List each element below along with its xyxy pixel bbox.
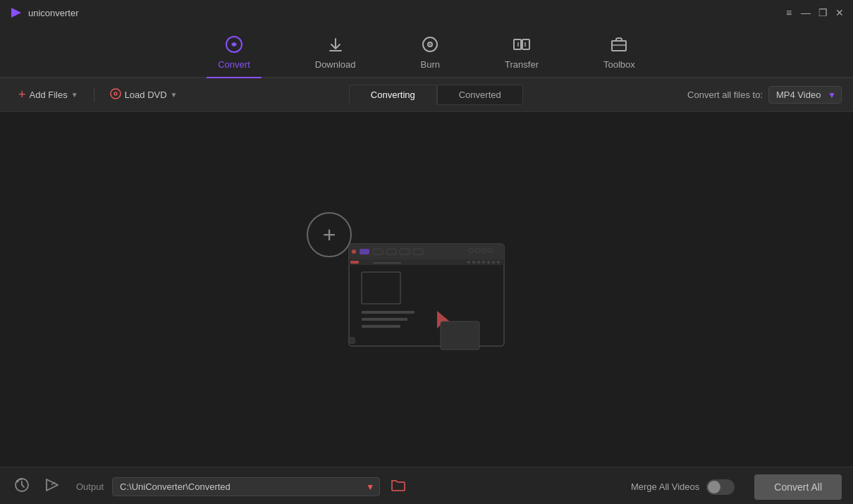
- svg-point-30: [492, 261, 495, 264]
- titlebar-left: uniconverter: [8, 6, 79, 20]
- converting-tab-label: Converting: [371, 90, 415, 100]
- load-dvd-button[interactable]: Load DVD ▼: [103, 85, 185, 106]
- toolbox-nav-icon: [610, 35, 628, 56]
- nav-item-download[interactable]: Download: [304, 31, 367, 77]
- svg-rect-38: [349, 338, 355, 343]
- tab-converted[interactable]: Converted: [437, 85, 523, 105]
- load-dvd-label: Load DVD: [125, 90, 167, 100]
- svg-rect-24: [373, 262, 401, 264]
- illustration-svg: [328, 226, 525, 353]
- drop-illustration[interactable]: +: [328, 226, 525, 353]
- svg-rect-12: [360, 249, 369, 254]
- svg-marker-0: [11, 8, 21, 18]
- bottombar: Output ▼ Merge All Videos Convert All: [0, 467, 853, 504]
- converted-tab-label: Converted: [459, 90, 501, 100]
- app-logo-icon: [8, 6, 23, 20]
- titlebar-controls: ≡ — ❐ ✕: [784, 8, 845, 18]
- app-name: uniconverter: [28, 8, 79, 18]
- nav-label-burn: Burn: [421, 59, 440, 70]
- svg-rect-5: [514, 39, 521, 49]
- format-select[interactable]: MP4 Video MOV AVI MKV WMV FLV M4V GIF: [768, 86, 842, 104]
- add-file-circle[interactable]: +: [307, 212, 352, 257]
- maximize-icon[interactable]: ❐: [818, 8, 828, 18]
- convert-all-button[interactable]: Convert All: [754, 474, 842, 500]
- add-files-button[interactable]: + Add Files ▼: [11, 84, 85, 106]
- svg-rect-23: [350, 261, 359, 264]
- svg-point-27: [477, 261, 480, 264]
- merge-toggle[interactable]: [706, 479, 735, 495]
- transfer-nav-icon: [513, 35, 531, 56]
- svg-point-26: [472, 261, 475, 264]
- nav-label-convert: Convert: [218, 59, 250, 70]
- nav-item-transfer[interactable]: Transfer: [493, 31, 550, 77]
- add-files-label: Add Files: [30, 90, 68, 100]
- format-select-wrapper: MP4 Video MOV AVI MKV WMV FLV M4V GIF ▼: [768, 86, 842, 104]
- burn-nav-icon: [421, 35, 439, 56]
- svg-point-17: [352, 250, 356, 254]
- download-nav-icon: [326, 35, 345, 56]
- merge-section: Merge All Videos: [631, 479, 735, 495]
- add-files-arrow-icon: ▼: [71, 91, 78, 99]
- svg-point-28: [482, 261, 485, 264]
- output-path-wrapper: ▼: [112, 477, 380, 496]
- svg-point-9: [114, 92, 117, 95]
- convert-all-files-area: Convert all files to: MP4 Video MOV AVI …: [687, 86, 842, 104]
- open-folder-button[interactable]: [391, 479, 405, 495]
- svg-rect-11: [349, 244, 504, 259]
- svg-rect-33: [362, 311, 415, 314]
- convert-all-label: Convert All: [774, 481, 822, 493]
- svg-rect-35: [362, 325, 400, 328]
- svg-point-8: [111, 89, 121, 99]
- svg-rect-22: [349, 259, 504, 265]
- svg-point-31: [497, 261, 500, 264]
- minimize-icon[interactable]: —: [801, 8, 811, 18]
- main-content: +: [0, 112, 853, 467]
- nav-label-toolbox: Toolbox: [603, 59, 635, 70]
- toolbar-divider-1: [94, 88, 94, 102]
- history-button[interactable]: [11, 474, 32, 499]
- svg-point-4: [429, 44, 431, 45]
- toolbar: + Add Files ▼ Load DVD ▼ Converting Conv…: [0, 78, 853, 112]
- svg-point-25: [467, 261, 470, 264]
- nav-item-convert[interactable]: Convert: [207, 31, 262, 77]
- merge-toggle-knob: [708, 481, 720, 493]
- tab-area: Converting Converted: [190, 85, 682, 105]
- svg-rect-37: [441, 321, 479, 350]
- convert-nav-icon: [225, 35, 243, 56]
- close-icon[interactable]: ✕: [835, 8, 845, 18]
- merge-all-videos-label: Merge All Videos: [631, 481, 699, 492]
- load-dvd-arrow-icon: ▼: [171, 91, 178, 99]
- menu-icon[interactable]: ≡: [784, 8, 794, 18]
- output-path-input[interactable]: [112, 477, 380, 496]
- nav-label-transfer: Transfer: [505, 59, 539, 70]
- speed-button[interactable]: [41, 474, 62, 499]
- svg-rect-7: [612, 41, 626, 51]
- nav-item-burn[interactable]: Burn: [410, 31, 451, 77]
- add-files-icon: +: [18, 87, 26, 102]
- svg-rect-32: [362, 272, 400, 304]
- svg-point-29: [487, 261, 490, 264]
- output-label: Output: [76, 481, 104, 492]
- nav-label-download: Download: [315, 59, 356, 70]
- svg-rect-34: [362, 318, 407, 321]
- tab-converting[interactable]: Converting: [349, 85, 437, 105]
- load-dvd-icon: [110, 88, 121, 102]
- svg-rect-6: [522, 39, 529, 49]
- nav-item-toolbox[interactable]: Toolbox: [592, 31, 646, 77]
- plus-icon: +: [323, 223, 336, 246]
- titlebar: uniconverter ≡ — ❐ ✕: [0, 0, 853, 25]
- navbar: Convert Download Burn: [0, 25, 853, 78]
- convert-all-files-label: Convert all files to:: [687, 90, 763, 100]
